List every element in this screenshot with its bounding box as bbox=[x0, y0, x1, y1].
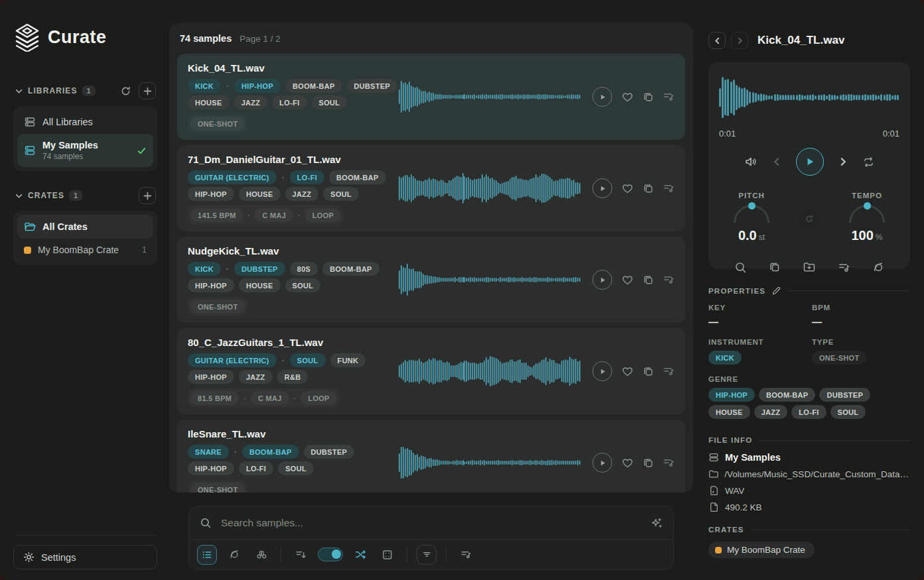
meta-pill[interactable]: LOOP bbox=[300, 391, 336, 405]
similarity-view-button[interactable] bbox=[224, 545, 244, 565]
tag-pill[interactable]: JAZZ bbox=[754, 405, 788, 419]
similarity-space-icon[interactable] bbox=[872, 261, 885, 274]
meta-pill[interactable]: 81.5 BPM bbox=[190, 391, 239, 405]
tag-pill[interactable]: HIP-HOP bbox=[188, 187, 234, 201]
history-back-button[interactable] bbox=[708, 32, 726, 49]
meta-pill[interactable]: LOOP bbox=[305, 208, 341, 222]
loop-icon[interactable] bbox=[862, 156, 875, 168]
edit-pencil-icon[interactable] bbox=[771, 286, 781, 296]
tag-pill[interactable]: 80S bbox=[290, 262, 318, 276]
tag-pill[interactable]: GUITAR (ELECTRIC) bbox=[188, 170, 277, 184]
favorite-heart-icon[interactable] bbox=[621, 90, 634, 103]
favorite-heart-icon[interactable] bbox=[621, 273, 634, 286]
copy-icon[interactable] bbox=[643, 183, 654, 194]
list-view-button[interactable] bbox=[197, 545, 217, 565]
add-library-button[interactable] bbox=[139, 82, 156, 99]
tag-pill[interactable]: SOUL bbox=[278, 461, 314, 475]
tag-pill[interactable]: BOOM-BAP bbox=[322, 262, 379, 276]
sample-waveform[interactable] bbox=[399, 354, 580, 388]
settings-button[interactable]: Settings bbox=[13, 545, 157, 569]
tag-pill[interactable]: HIP-HOP bbox=[234, 79, 281, 93]
file-path-row[interactable]: /Volumes/Music_SSD/Curate_Custom_Datase… bbox=[708, 469, 910, 479]
tag-pill[interactable]: FUNK bbox=[330, 353, 366, 367]
sparkles-icon[interactable] bbox=[651, 517, 663, 529]
add-to-queue-icon[interactable] bbox=[663, 274, 675, 286]
sample-waveform[interactable] bbox=[399, 80, 580, 114]
explore-button[interactable] bbox=[251, 545, 271, 565]
play-sample-button[interactable] bbox=[592, 361, 612, 381]
tag-pill[interactable]: BOOM-BAP bbox=[285, 79, 342, 93]
add-to-queue-icon[interactable] bbox=[663, 182, 675, 194]
copy-icon[interactable] bbox=[643, 366, 654, 377]
tag-pill[interactable]: HOUSE bbox=[708, 405, 750, 419]
copy-icon[interactable] bbox=[643, 274, 654, 286]
play-button[interactable] bbox=[796, 148, 824, 176]
meta-pill[interactable]: ONE-SHOT bbox=[190, 117, 245, 131]
volume-icon[interactable] bbox=[744, 155, 758, 168]
copy-icon[interactable] bbox=[769, 261, 781, 273]
meta-pill[interactable]: ONE-SHOT bbox=[190, 483, 245, 493]
add-crate-button[interactable] bbox=[139, 187, 156, 204]
add-to-queue-icon[interactable] bbox=[838, 261, 850, 274]
detail-waveform[interactable] bbox=[719, 76, 899, 119]
tag-pill[interactable]: HOUSE bbox=[239, 187, 281, 201]
favorite-heart-icon[interactable] bbox=[621, 456, 634, 469]
tag-pill[interactable]: GUITAR (ELECTRIC) bbox=[188, 353, 277, 367]
tag-pill[interactable]: HIP-HOP bbox=[188, 370, 234, 384]
tag-pill[interactable]: KICK bbox=[188, 262, 221, 276]
add-to-queue-icon[interactable] bbox=[663, 457, 675, 469]
tag-pill[interactable]: SOUL bbox=[290, 353, 326, 367]
tag-pill[interactable]: HIP-HOP bbox=[188, 278, 234, 292]
queue-button[interactable] bbox=[456, 545, 476, 565]
tag-pill[interactable]: JAZZ bbox=[234, 95, 268, 109]
copy-icon[interactable] bbox=[643, 91, 654, 103]
favorite-heart-icon[interactable] bbox=[621, 365, 634, 378]
sample-card[interactable]: 71_Dm_DanielGuitar_01_TL.wav GUITAR (ELE… bbox=[177, 145, 685, 231]
meta-pill[interactable]: C MAJ bbox=[251, 391, 289, 405]
tag-pill[interactable]: R&B bbox=[277, 370, 308, 384]
tag-pill[interactable]: LO-FI bbox=[272, 95, 306, 109]
sample-card[interactable]: Kick_04_TL.wav KICK·HIP-HOPBOOM-BAPDUBST… bbox=[177, 54, 685, 140]
reset-pitch-tempo-button[interactable] bbox=[799, 209, 819, 229]
history-forward-button[interactable] bbox=[731, 32, 748, 49]
add-to-queue-icon[interactable] bbox=[663, 365, 675, 377]
sample-waveform[interactable] bbox=[399, 262, 580, 297]
autoplay-toggle[interactable] bbox=[318, 548, 343, 561]
tag-pill[interactable]: SOUL bbox=[312, 95, 348, 109]
tag-pill[interactable]: DUBSTEP bbox=[819, 388, 870, 402]
tag-pill[interactable]: HOUSE bbox=[188, 95, 230, 109]
tag-pill[interactable]: SOUL bbox=[285, 278, 321, 292]
tempo-knob[interactable]: TEMPO 100% bbox=[836, 192, 897, 243]
tag-pill[interactable]: KICK bbox=[188, 79, 221, 93]
tag-pill[interactable]: ONE-SHOT bbox=[812, 351, 866, 365]
meta-pill[interactable]: ONE-SHOT bbox=[190, 300, 245, 314]
meta-pill[interactable]: C MAJ bbox=[255, 208, 293, 222]
tag-pill[interactable]: JAZZ bbox=[285, 187, 319, 201]
meta-pill[interactable]: 141.5 BPM bbox=[190, 208, 243, 222]
sample-card[interactable]: NudgeKick_TL.wav KICK·DUBSTEP80SBOOM-BAP… bbox=[177, 237, 685, 323]
favorite-heart-icon[interactable] bbox=[621, 182, 634, 195]
tag-pill[interactable]: BOOM-BAP bbox=[759, 388, 816, 402]
shuffle-button[interactable] bbox=[350, 545, 370, 565]
play-sample-button[interactable] bbox=[592, 178, 612, 198]
refresh-libraries-button[interactable] bbox=[117, 82, 134, 99]
tag-pill[interactable]: LO-FI bbox=[239, 461, 273, 475]
add-to-folder-icon[interactable] bbox=[803, 261, 816, 274]
tag-pill[interactable]: HIP-HOP bbox=[708, 388, 755, 402]
tag-pill[interactable]: BOOM-BAP bbox=[242, 445, 299, 459]
detail-crate-pill[interactable]: My BoomBap Crate bbox=[708, 542, 815, 558]
tag-pill[interactable]: SOUL bbox=[323, 187, 359, 201]
play-sample-button[interactable] bbox=[592, 270, 612, 290]
sidebar-item-my-samples[interactable]: My Samples 74 samples bbox=[17, 134, 153, 167]
sample-card[interactable]: IleSnare_TL.wav SNARE·BOOM-BAPDUBSTEPHIP… bbox=[177, 420, 685, 493]
random-sample-button[interactable] bbox=[377, 545, 397, 565]
sample-waveform[interactable] bbox=[399, 445, 580, 480]
chevron-down-icon[interactable] bbox=[15, 87, 23, 95]
search-input[interactable] bbox=[220, 516, 643, 530]
next-sample-icon[interactable] bbox=[838, 156, 848, 167]
sidebar-item-all-libraries[interactable]: All Libraries bbox=[17, 110, 153, 134]
sample-card[interactable]: 80_C_JazzGuitars_1_TL.wav GUITAR (ELECTR… bbox=[177, 328, 685, 414]
tag-pill[interactable]: HIP-HOP bbox=[188, 461, 234, 475]
tag-pill[interactable]: DUBSTEP bbox=[304, 445, 355, 459]
tag-pill[interactable]: KICK bbox=[708, 351, 742, 365]
